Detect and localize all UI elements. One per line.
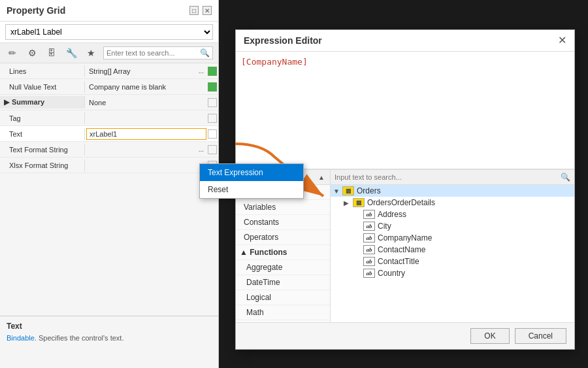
property-grid: Property Grid □ ✕ xrLabel1 Label ✏ ⚙ 🗄 🔧… xyxy=(0,0,219,368)
tree-label-contactname: ContactName xyxy=(378,245,425,254)
tree-item-orders[interactable]: ▼ ▦ Orders xyxy=(331,185,574,197)
tree-item-companyname[interactable]: ab CompanyName xyxy=(331,232,574,244)
tree-icon-address: ab xyxy=(363,210,375,219)
pg-row-text: Text xyxy=(0,126,218,142)
pg-indicator-text xyxy=(208,129,217,139)
tree-item-contacttitle[interactable]: ab ContactTitle xyxy=(331,256,574,267)
tree-icon-country: ab xyxy=(363,269,375,278)
ee-tree-search-input[interactable] xyxy=(335,173,561,181)
tree-label-companyname: CompanyName xyxy=(378,233,432,243)
pg-row-summary: ▶Summary xyxy=(0,95,218,110)
pg-row-null-value-text: Null Value Text xyxy=(0,79,218,95)
ee-field-variables[interactable]: Variables xyxy=(236,200,330,215)
pg-value-lines[interactable] xyxy=(86,66,197,76)
ee-editor-area[interactable]: [CompanyName] xyxy=(236,52,574,169)
pg-value-text-format-string[interactable] xyxy=(86,144,197,155)
pg-value-wrap-lines: ... xyxy=(85,66,218,76)
pg-titlebar: Property Grid □ ✕ xyxy=(0,0,218,22)
pg-row-tag: Tag xyxy=(0,110,218,126)
ee-cancel-button[interactable]: Cancel xyxy=(515,328,566,344)
pg-tool-wrench-icon[interactable]: 🔧 xyxy=(64,46,78,60)
pg-value-xlsx-format-string[interactable] xyxy=(86,160,206,171)
pg-value-summary[interactable] xyxy=(86,97,206,108)
pg-indicator-summary xyxy=(208,98,217,107)
pg-row-text-format-string: Text Format String ... xyxy=(0,142,218,158)
tree-expand-orders: ▼ xyxy=(333,188,342,195)
pg-indicator-null-value-text xyxy=(208,82,217,92)
tree-expand-orders-details: ▶ xyxy=(344,199,353,207)
ee-tree-search-icon: 🔍 xyxy=(561,173,570,182)
pg-maximize-button[interactable]: □ xyxy=(189,6,199,15)
pg-toolbar: ✏ ⚙ 🗄 🔧 ★ 🔍 xyxy=(0,43,218,63)
ee-field-functions[interactable]: ▲ Functions xyxy=(236,245,330,260)
ee-ok-button[interactable]: OK xyxy=(470,328,509,344)
tree-icon-contactname: ab xyxy=(363,245,375,254)
pg-search-icon: 🔍 xyxy=(200,48,210,58)
tree-icon-orders: ▦ xyxy=(342,186,354,195)
tree-label-country: Country xyxy=(378,269,405,278)
pg-value-wrap-text-format-string: ... xyxy=(85,144,218,155)
pg-label-text: Text xyxy=(0,128,85,140)
pg-value-wrap-null-value-text xyxy=(85,82,218,92)
pg-value-null-value-text[interactable] xyxy=(86,82,206,92)
pg-value-wrap-tag xyxy=(85,113,218,124)
pg-label-summary: ▶Summary xyxy=(0,96,85,109)
tree-label-city: City xyxy=(378,222,391,231)
ee-fields-arrow-icon: ▲ xyxy=(318,174,325,181)
ee-footer: OK Cancel xyxy=(236,322,574,349)
pg-summary-expand-icon[interactable]: ▶ xyxy=(4,98,9,106)
pg-bottom-title: Text xyxy=(7,322,212,331)
pg-selector-dropdown[interactable]: xrLabel1 Label xyxy=(5,24,213,40)
tree-icon-companyname: ab xyxy=(363,233,375,243)
ee-close-button[interactable]: ✕ xyxy=(558,35,566,46)
ee-field-aggregate[interactable]: Aggregate xyxy=(236,260,330,275)
pg-value-wrap-text xyxy=(85,128,218,140)
pg-tool-star-icon[interactable]: ★ xyxy=(84,46,98,60)
pg-bottom-description: Text Bindable. Specifies the control's t… xyxy=(0,316,218,368)
pg-label-xlsx-format-string: Xlsx Format String xyxy=(0,159,85,171)
ee-field-constants[interactable]: Constants xyxy=(236,215,330,230)
pg-label-tag: Tag xyxy=(0,112,85,124)
ctx-item-text-expression[interactable]: Text Expression xyxy=(200,164,303,181)
tree-icon-orders-details: ▦ xyxy=(353,198,365,207)
pg-label-text-format-string: Text Format String xyxy=(0,144,85,156)
pg-row-xlsx-format-string: Xlsx Format String xyxy=(0,158,218,173)
ee-field-math[interactable]: Math xyxy=(236,305,330,320)
pg-selector-row: xrLabel1 Label xyxy=(0,22,218,43)
tree-item-country[interactable]: ab Country xyxy=(331,267,574,279)
tree-label-address: Address xyxy=(378,210,406,219)
pg-tool-edit-icon[interactable]: ✏ xyxy=(5,46,20,60)
tree-item-address[interactable]: ab Address xyxy=(331,209,574,220)
pg-bottom-link[interactable]: Bindable. xyxy=(7,334,37,342)
tree-icon-city: ab xyxy=(363,222,375,231)
ee-fields-list: Report Items Variables Constants Operato… xyxy=(236,185,330,322)
ctx-item-reset[interactable]: Reset xyxy=(200,181,303,198)
tree-item-orders-order-details[interactable]: ▶ ▦ OrdersOrderDetails xyxy=(331,197,574,209)
pg-properties-list: Lines ... Null Value Text ▶Summary xyxy=(0,63,218,316)
pg-search-input[interactable] xyxy=(106,49,200,57)
context-menu: Text Expression Reset xyxy=(199,163,304,199)
pg-ellipsis-lines[interactable]: ... xyxy=(197,67,205,75)
pg-ellipsis-text-format-string[interactable]: ... xyxy=(197,146,205,153)
pg-value-text[interactable] xyxy=(86,128,206,140)
pg-window-buttons: □ ✕ xyxy=(189,6,212,15)
pg-indicator-text-format-string xyxy=(208,145,217,154)
ee-tree-pane: 🔍 ▼ ▦ Orders ▶ ▦ OrdersOrderDetails xyxy=(331,170,574,322)
ee-field-logical[interactable]: Logical xyxy=(236,290,330,305)
pg-label-lines: Lines xyxy=(0,65,85,77)
pg-indicator-lines xyxy=(208,67,217,76)
pg-bottom-desc: Bindable. Specifies the control's text. xyxy=(7,333,212,343)
pg-title: Property Grid xyxy=(7,5,65,16)
tree-label-contacttitle: ContactTitle xyxy=(378,257,419,266)
ee-field-operators[interactable]: Operators xyxy=(236,230,330,245)
tree-item-contactname[interactable]: ab ContactName xyxy=(331,244,574,256)
pg-row-lines: Lines ... xyxy=(0,63,218,79)
pg-close-button[interactable]: ✕ xyxy=(203,6,212,15)
pg-tool-settings-icon[interactable]: ⚙ xyxy=(25,46,39,60)
pg-value-wrap-xlsx-format-string xyxy=(85,160,218,171)
ee-field-datetime[interactable]: DateTime xyxy=(236,275,330,290)
tree-icon-contacttitle: ab xyxy=(363,257,375,266)
pg-tool-db-icon[interactable]: 🗄 xyxy=(44,46,59,60)
tree-item-city[interactable]: ab City xyxy=(331,220,574,232)
pg-value-tag[interactable] xyxy=(86,113,206,124)
